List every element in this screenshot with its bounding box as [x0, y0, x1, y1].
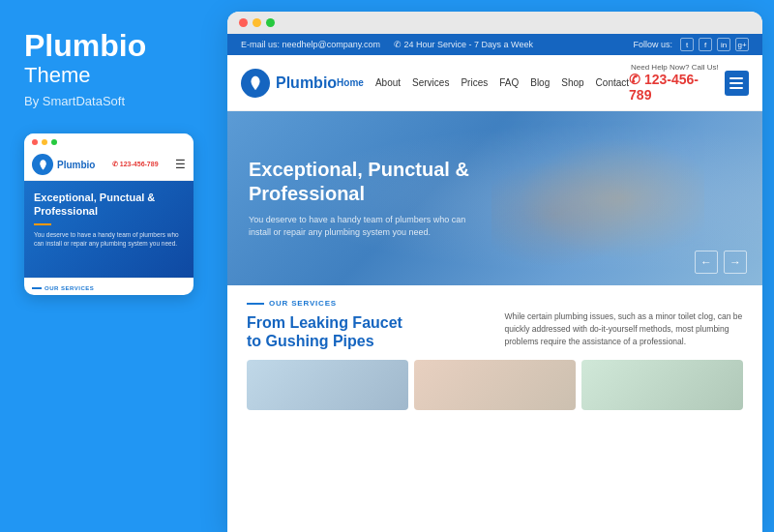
services-tag: our services: [247, 299, 486, 308]
nav-contact[interactable]: Contact: [596, 77, 629, 88]
services-row: our services From Leaking Faucet to Gush…: [247, 299, 743, 350]
nav-faq[interactable]: FAQ: [499, 77, 519, 88]
nav-cta-label: Need Help Now? Call Us!: [629, 63, 719, 72]
hamburger-line: [729, 77, 743, 79]
mobile-chrome: [24, 133, 194, 149]
nav-about[interactable]: About: [375, 77, 401, 88]
mobile-hero-content: Exceptional, Punctual & Professional You…: [34, 191, 184, 248]
chrome-dot-red: [239, 18, 248, 27]
services-section: our services From Leaking Faucet to Gush…: [227, 285, 762, 532]
nav-cta: Need Help Now? Call Us! ✆ 123-456-789: [629, 63, 749, 103]
mobile-services-label: our services: [32, 285, 186, 291]
topbar-social: t f in g+: [680, 38, 749, 51]
nav-prices[interactable]: Prices: [461, 77, 488, 88]
chrome-dot-green: [266, 18, 275, 27]
mobile-hamburger-icon[interactable]: ☰: [175, 158, 186, 171]
mobile-header: Plumbio ✆ 123-456-789 ☰: [24, 149, 194, 181]
brand-subtitle: Theme: [24, 63, 203, 88]
mobile-logo: Plumbio: [32, 154, 95, 175]
topbar-email: E-mail us: needhelp@company.com: [241, 40, 380, 49]
nav-blog[interactable]: Blog: [530, 77, 550, 88]
service-thumbnail-3: [581, 360, 743, 410]
nav-logo-text: Plumbio: [276, 74, 337, 92]
brand-title: Plumbio: [24, 29, 203, 63]
site-topbar: E-mail us: needhelp@company.com ✆ 24 Hou…: [227, 34, 762, 55]
mobile-dot-green: [51, 139, 57, 145]
hero-content: Exceptional, Punctual & Professional You…: [227, 158, 556, 240]
chrome-dot-yellow: [253, 18, 261, 27]
mobile-logo-text: Plumbio: [57, 160, 95, 170]
mobile-hero: Exceptional, Punctual & Professional You…: [24, 181, 194, 278]
mobile-hero-divider: [34, 223, 51, 225]
mobile-hero-title: Exceptional, Punctual & Professional: [34, 191, 184, 219]
services-left: our services From Leaking Faucet to Gush…: [247, 299, 486, 350]
site-logo: Plumbio: [241, 69, 337, 98]
hero-description: You deserve to have a handy team of plum…: [249, 214, 471, 240]
mobile-mockup: Plumbio ✆ 123-456-789 ☰ Exceptional, Pun…: [24, 133, 194, 295]
googleplus-icon[interactable]: g+: [735, 38, 749, 51]
services-heading-line1: From Leaking Faucet: [247, 314, 402, 331]
nav-logo-icon: [241, 69, 270, 98]
hero-arrows: ← →: [695, 251, 747, 274]
linkedin-icon[interactable]: in: [717, 38, 730, 51]
twitter-icon[interactable]: t: [680, 38, 694, 51]
mobile-services-bar: our services: [24, 278, 194, 295]
hero-prev-button[interactable]: ←: [695, 251, 718, 274]
site-nav: Plumbio Home About Services Prices FAQ B…: [227, 55, 762, 111]
desktop-mockup: E-mail us: needhelp@company.com ✆ 24 Hou…: [227, 12, 762, 532]
topbar-right: Follow us: t f in g+: [633, 38, 749, 51]
nav-shop[interactable]: Shop: [561, 77, 583, 88]
mobile-dot-red: [32, 139, 38, 145]
site-hero: Exceptional, Punctual & Professional You…: [227, 111, 762, 285]
facebook-icon[interactable]: f: [699, 38, 712, 51]
mobile-dot-yellow: [42, 139, 47, 145]
services-right: While certain plumbing issues, such as a…: [505, 299, 744, 347]
left-panel: Plumbio Theme By SmartDataSoft Plumbio ✆…: [0, 0, 227, 532]
topbar-follow: Follow us:: [633, 40, 672, 49]
service-thumbnail-2: [414, 360, 576, 410]
services-thumbnails: [247, 360, 743, 410]
hamburger-line: [729, 82, 743, 84]
brand-by: By SmartDataSoft: [24, 94, 203, 108]
nav-hamburger-button[interactable]: [725, 71, 749, 96]
window-chrome: [227, 12, 762, 34]
services-heading-line2: to Gushing Pipes: [247, 333, 374, 349]
hero-title: Exceptional, Punctual & Professional: [249, 158, 535, 206]
topbar-service: ✆ 24 Hour Service - 7 Days a Week: [394, 40, 533, 49]
service-thumbnail-1: [247, 360, 408, 410]
mobile-hero-desc: You deserve to have a handy team of plum…: [34, 230, 184, 248]
nav-links: Home About Services Prices FAQ Blog Shop…: [337, 77, 629, 88]
mobile-phone: ✆ 123-456-789: [112, 161, 159, 168]
services-body-text: While certain plumbing issues, such as a…: [505, 310, 744, 347]
hero-next-button[interactable]: →: [724, 251, 747, 274]
mobile-logo-icon: [32, 154, 53, 175]
services-heading: From Leaking Faucet to Gushing Pipes: [247, 313, 486, 350]
nav-home[interactable]: Home: [337, 77, 364, 88]
nav-phone: ✆ 123-456-789: [629, 72, 719, 103]
nav-services[interactable]: Services: [412, 77, 449, 88]
hamburger-line: [729, 87, 743, 89]
topbar-left: E-mail us: needhelp@company.com ✆ 24 Hou…: [241, 40, 533, 49]
